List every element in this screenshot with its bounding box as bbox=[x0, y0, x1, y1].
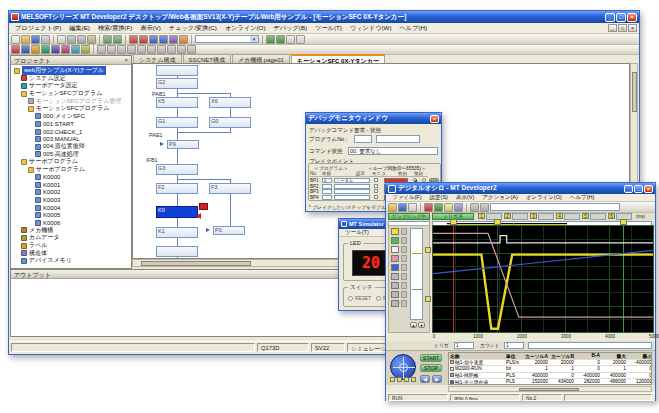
menu-7[interactable]: ツール(T) bbox=[311, 23, 346, 34]
paste-icon[interactable] bbox=[87, 35, 96, 44]
osc-channel-mini-8[interactable] bbox=[401, 291, 407, 298]
cut-icon[interactable] bbox=[67, 35, 76, 44]
osc-channel-mini-2[interactable] bbox=[401, 237, 407, 244]
graph-top-tag-2[interactable] bbox=[620, 219, 627, 225]
print-icon[interactable] bbox=[41, 35, 50, 44]
sfc-tool-9[interactable] bbox=[177, 45, 186, 54]
new-icon[interactable] bbox=[11, 35, 20, 44]
maximize-button[interactable]: □ bbox=[616, 13, 626, 22]
osc-tag-4[interactable]: 4 bbox=[556, 213, 563, 219]
sfc-tool-7[interactable] bbox=[157, 45, 166, 54]
menu-3[interactable]: 表示(V) bbox=[136, 23, 165, 34]
sfc-node-0[interactable] bbox=[156, 65, 198, 76]
batch-convert-icon[interactable] bbox=[149, 35, 158, 44]
tab-3[interactable]: モーションSFC 0X-Yタンカー bbox=[291, 54, 385, 63]
osc-channel-button-3[interactable] bbox=[391, 246, 399, 253]
bp-row-num-3[interactable] bbox=[322, 195, 332, 200]
osc-channel-mini-5[interactable] bbox=[401, 264, 407, 271]
osc-tag-field-3[interactable] bbox=[538, 213, 554, 220]
sfc-tool-3[interactable] bbox=[117, 45, 126, 54]
osc-left-marker-1[interactable] bbox=[425, 296, 431, 302]
bp-row-set-checkbox-2[interactable] bbox=[374, 189, 378, 193]
switch-run-radio[interactable] bbox=[376, 296, 381, 301]
bp-row-name-0[interactable]: トータル bbox=[334, 178, 370, 183]
zoom-out-icon[interactable] bbox=[296, 35, 305, 44]
sfc-node-G0[interactable]: G0 bbox=[209, 117, 251, 128]
osc-icon[interactable] bbox=[61, 45, 70, 54]
sfc-node-13[interactable] bbox=[156, 246, 198, 257]
menu-9[interactable]: ヘルプ(H) bbox=[395, 23, 431, 34]
osc-channel-button-2[interactable] bbox=[391, 237, 399, 244]
osc-print-icon[interactable] bbox=[408, 203, 417, 212]
redo-icon[interactable] bbox=[113, 35, 122, 44]
osc-cursor-icon[interactable] bbox=[444, 203, 453, 212]
servo-on-icon[interactable] bbox=[31, 45, 40, 54]
tab-1[interactable]: SSCNET構成 bbox=[183, 54, 231, 63]
sfc-tool-6[interactable] bbox=[147, 45, 156, 54]
bp-row-name-2[interactable] bbox=[334, 189, 370, 194]
mdi-button-1[interactable]: □ bbox=[618, 24, 627, 32]
osc-channel-button-1[interactable] bbox=[391, 228, 399, 235]
sim-icon[interactable] bbox=[51, 45, 60, 54]
osc-channel-mini-7[interactable] bbox=[401, 282, 407, 289]
menu-4[interactable]: チェック/変換(C) bbox=[165, 23, 221, 34]
motion-stop-icon[interactable] bbox=[21, 45, 30, 54]
osc-menu-1[interactable]: 設定(S) bbox=[426, 193, 452, 202]
osc-tag-1[interactable]: 1 bbox=[478, 213, 485, 219]
menu-8[interactable]: ウィンドウ(W) bbox=[346, 23, 396, 34]
target-combo[interactable]: ▾ bbox=[195, 35, 259, 43]
sfc-node-G2[interactable]: G2 bbox=[156, 78, 198, 89]
sfc-tool-10[interactable] bbox=[187, 45, 196, 54]
tree-item-6[interactable]: 000:メインSFC bbox=[12, 113, 130, 121]
combo-arrow-icon[interactable]: ▾ bbox=[250, 36, 258, 42]
close-button[interactable]: × bbox=[627, 13, 637, 22]
osc-menu-3[interactable]: アクション(A) bbox=[478, 193, 521, 202]
osc-help-icon[interactable] bbox=[480, 203, 489, 212]
tree-item-19[interactable]: K0005 bbox=[12, 211, 130, 219]
trigger-comment-field[interactable] bbox=[528, 342, 652, 349]
osc-close-button[interactable]: × bbox=[644, 185, 653, 193]
osc-table-row-3[interactable]: 軸1-送り現在値PLS15200043400028200048600012000… bbox=[449, 379, 651, 385]
osc-address-combo[interactable] bbox=[490, 203, 620, 211]
trigger-field[interactable]: 1 bbox=[454, 342, 474, 349]
osc-start-button[interactable]: START bbox=[420, 354, 442, 362]
dialog-titlebar[interactable]: デバッグモニタウィンドウ × bbox=[306, 113, 441, 124]
sfc-node-P0[interactable]: P0 bbox=[213, 226, 245, 235]
sfc-tool-8[interactable] bbox=[167, 45, 176, 54]
osc-graph[interactable] bbox=[432, 225, 654, 333]
osc-minimize-button[interactable]: _ bbox=[624, 185, 633, 193]
motion-start-icon[interactable] bbox=[11, 45, 20, 54]
monitor-icon[interactable] bbox=[159, 35, 168, 44]
osc-save-icon[interactable] bbox=[398, 203, 407, 212]
osc-tag-field-2[interactable] bbox=[512, 213, 528, 220]
watch-icon[interactable] bbox=[71, 45, 80, 54]
bp-row-num-0[interactable]: 0 bbox=[322, 178, 332, 183]
osc-menu-0[interactable]: ファイル(F) bbox=[388, 193, 426, 202]
dialog-close-button[interactable]: × bbox=[430, 115, 439, 123]
debug-icon[interactable] bbox=[169, 35, 178, 44]
osc-probe-icon[interactable] bbox=[454, 203, 463, 212]
panel-close-icon[interactable]: × bbox=[124, 57, 128, 63]
graph-top-tag-0[interactable] bbox=[450, 219, 457, 225]
undo-icon[interactable] bbox=[103, 35, 112, 44]
transfer-icon[interactable] bbox=[179, 35, 188, 44]
osc-table-scrollbar[interactable] bbox=[448, 386, 652, 392]
osc-menu-4[interactable]: オンライン(O) bbox=[522, 193, 566, 202]
osc-slider-up-button[interactable]: ▲ bbox=[410, 322, 417, 328]
tree-item-7[interactable]: 001:START bbox=[12, 120, 130, 128]
sfc-node-X6[interactable]: X6 bbox=[209, 97, 251, 108]
osc-left-marker-0[interactable] bbox=[425, 247, 431, 253]
sfc-node-K0[interactable]: K0 bbox=[156, 206, 198, 218]
program-no-field-1[interactable] bbox=[354, 135, 372, 143]
osc-tag-field-4[interactable] bbox=[564, 213, 580, 220]
osc-page-prev-button[interactable]: ◀ bbox=[420, 375, 430, 383]
menu-2[interactable]: 検索/置換(F) bbox=[94, 23, 136, 34]
osc-tag-field-5[interactable] bbox=[590, 213, 606, 220]
bp-row-set-checkbox-0[interactable] bbox=[374, 178, 378, 182]
osc-channel-mini-3[interactable] bbox=[401, 246, 407, 253]
osc-channel-mini-6[interactable] bbox=[401, 273, 407, 280]
sfc-tool-5[interactable] bbox=[137, 45, 146, 54]
tree-item-14[interactable]: K0000 bbox=[12, 173, 130, 181]
sfc-node-F2[interactable]: F2 bbox=[156, 183, 198, 194]
servo-off-icon[interactable] bbox=[41, 45, 50, 54]
